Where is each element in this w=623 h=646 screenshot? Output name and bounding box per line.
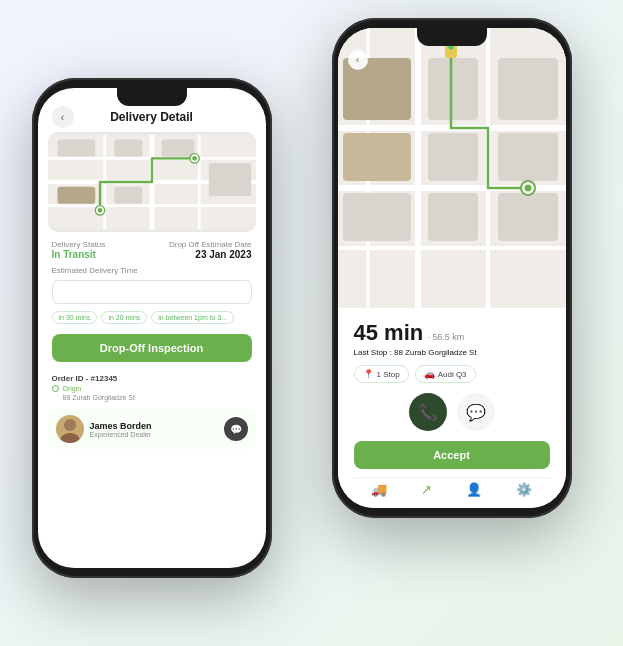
car-label: Audi Q3 <box>438 370 467 379</box>
map-left <box>48 132 256 232</box>
svg-rect-8 <box>114 139 142 156</box>
nav-delivery-icon[interactable]: 🚚 <box>371 482 387 497</box>
right-screen: ‹ 45 min · 56.5 km Last Stop : 88 Zurab … <box>338 28 566 508</box>
svg-point-18 <box>60 433 80 443</box>
last-stop-row: Last Stop : 88 Zurab Gorgiladze St <box>354 348 550 357</box>
dropoff-date-value: 23 Jan 2023 <box>169 249 252 260</box>
svg-rect-9 <box>114 187 142 204</box>
svg-rect-11 <box>57 187 95 204</box>
notch-left <box>117 88 187 106</box>
map-right: ‹ <box>338 28 566 308</box>
est-delivery-input[interactable] <box>52 280 252 304</box>
dropoff-inspection-button[interactable]: Drop-Off Inspection <box>52 334 252 362</box>
driver-chat-button[interactable]: 💬 <box>224 417 248 441</box>
svg-point-16 <box>192 156 197 161</box>
svg-rect-30 <box>428 58 478 120</box>
last-stop-address: 88 Zurab Gorgiladze St <box>394 348 477 357</box>
bottom-panel: 45 min · 56.5 km Last Stop : 88 Zurab Go… <box>338 308 566 508</box>
svg-point-14 <box>97 208 102 213</box>
svg-rect-27 <box>428 133 478 181</box>
driver-card: James Borden Experienced Dealer 💬 <box>48 409 256 449</box>
svg-rect-31 <box>498 58 558 120</box>
chip-20min[interactable]: in 20 mins <box>101 311 147 324</box>
driver-name: James Borden <box>90 421 152 431</box>
eta-minutes: 45 min <box>354 320 424 346</box>
back-button-left[interactable]: ‹ <box>52 106 74 128</box>
driver-role: Experienced Dealer <box>90 431 152 438</box>
svg-point-39 <box>524 185 531 192</box>
order-id: Order ID - #12345 <box>52 374 252 383</box>
svg-rect-34 <box>498 193 558 241</box>
driver-avatar <box>56 415 84 443</box>
origin-dot <box>52 385 59 392</box>
svg-rect-33 <box>428 193 478 241</box>
origin-label: Origin <box>63 385 82 392</box>
left-phone: ‹ Delivery Detail <box>32 78 272 578</box>
chat-button[interactable]: 💬 <box>457 393 495 431</box>
bottom-nav: 🚚 ↗ 👤 ⚙️ <box>354 477 550 501</box>
right-phone: ‹ 45 min · 56.5 km Last Stop : 88 Zurab … <box>332 18 572 518</box>
notch-right <box>417 28 487 46</box>
left-screen: ‹ Delivery Detail <box>38 88 266 568</box>
nav-profile-icon[interactable]: 👤 <box>466 482 482 497</box>
back-button-right[interactable]: ‹ <box>348 50 368 70</box>
est-delivery-label: Estimated Delivery Time <box>38 264 266 277</box>
origin-address: 88 Zurab Gorgiladze St <box>52 394 252 401</box>
eta-row: 45 min · 56.5 km <box>354 320 550 346</box>
call-button[interactable]: 📞 <box>409 393 447 431</box>
stop-icon: 📍 <box>363 369 374 379</box>
car-icon: 🚗 <box>424 369 435 379</box>
last-stop-label: Last Stop : <box>354 348 394 357</box>
svg-rect-28 <box>498 133 558 181</box>
info-chips: 📍 1 Stop 🚗 Audi Q3 <box>354 365 550 383</box>
stop-chip: 📍 1 Stop <box>354 365 409 383</box>
svg-rect-7 <box>57 139 95 156</box>
chip-30min[interactable]: in 30 mins <box>52 311 98 324</box>
action-buttons: 📞 💬 <box>354 393 550 431</box>
dropoff-date-label: Drop Off Estimate Date <box>169 240 252 249</box>
delivery-status-label: Delivery Status <box>52 240 106 249</box>
car-chip: 🚗 Audi Q3 <box>415 365 476 383</box>
page-title-left: Delivery Detail <box>110 110 193 124</box>
svg-rect-12 <box>208 163 251 196</box>
accept-button[interactable]: Accept <box>354 441 550 469</box>
delivery-status-row: Delivery Status In Transit Drop Off Esti… <box>38 232 266 264</box>
svg-rect-10 <box>161 139 194 156</box>
svg-rect-32 <box>343 193 411 241</box>
svg-point-17 <box>64 419 76 431</box>
nav-export-icon[interactable]: ↗ <box>421 482 432 497</box>
svg-rect-26 <box>343 133 411 181</box>
delivery-status-value: In Transit <box>52 249 106 260</box>
driver-info: James Borden Experienced Dealer <box>56 415 152 443</box>
eta-km: · 56.5 km <box>427 332 464 342</box>
time-chips: in 30 mins in 20 mins in between 1pm to … <box>38 307 266 328</box>
nav-settings-icon[interactable]: ⚙️ <box>516 482 532 497</box>
stop-label: 1 Stop <box>377 370 400 379</box>
chip-between[interactable]: in between 1pm to 3... <box>151 311 234 324</box>
order-section: Order ID - #12345 Origin 88 Zurab Gorgil… <box>38 368 266 403</box>
